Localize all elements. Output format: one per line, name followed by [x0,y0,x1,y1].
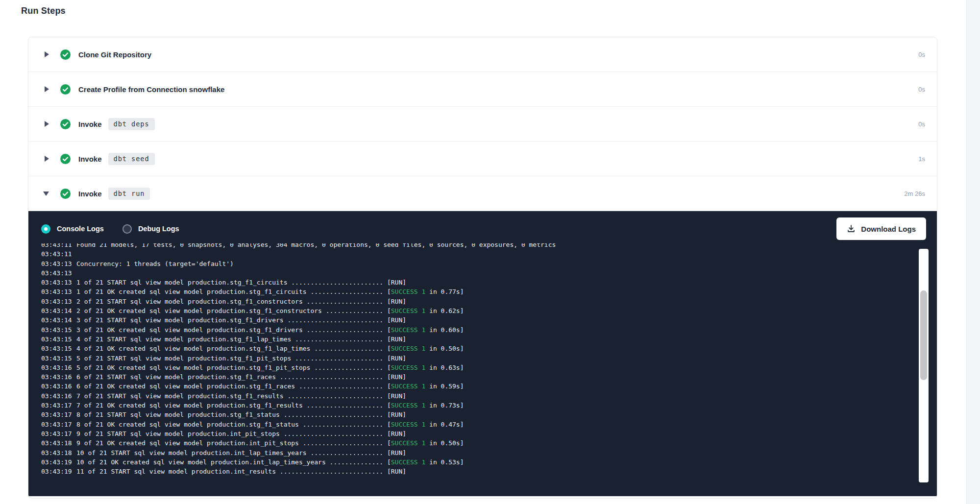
log-line: 03:43:131 of 21 START sql view model pro… [41,278,937,287]
download-icon [847,224,856,233]
log-status-success: [SUCCESS 1 in 0.50s] [383,439,464,447]
log-message: 1 of 21 START sql view model production.… [76,279,383,286]
log-mode-label: Debug Logs [138,225,179,233]
log-status-success: [SUCCESS 1 in 0.77s] [383,288,464,295]
console-header: Console LogsDebug Logs Download Logs [28,211,937,240]
log-timestamp: 03:43:16 [41,363,76,372]
log-status-success: [SUCCESS 1 in 0.62s] [383,307,464,314]
log-timestamp: 03:43:14 [41,306,76,315]
log-timestamp: 03:43:16 [41,372,76,382]
step-command-badge: dbt run [108,188,150,200]
step-label: Clone Git Repository [78,50,151,59]
log-timestamp: 03:43:13 [41,278,76,287]
log-timestamp: 03:43:13 [41,287,76,296]
radio-debug-logs[interactable]: Debug Logs [122,224,179,234]
log-status-success: [SUCCESS 1 in 0.60s] [383,326,464,334]
step-row-dbt-deps[interactable]: Invokedbt deps0s [28,107,937,142]
log-status-run: [RUN] [383,411,406,418]
log-line: 03:43:167 of 21 START sql view model pro… [41,391,937,401]
log-status-success: [SUCCESS 1 in 0.73s] [383,402,464,409]
log-status-run: [RUN] [383,298,406,305]
log-timestamp: 03:43:18 [41,448,76,457]
caret-right-icon [45,86,49,92]
log-line: 03:43:13 [41,268,937,278]
check-circle-icon [60,189,71,199]
log-line: 03:43:166 of 21 OK created sql view mode… [41,382,937,391]
log-line: 03:43:13Concurrency: 1 threads (target='… [41,259,937,268]
log-timestamp: 03:43:13 [41,259,76,268]
log-line: 03:43:154 of 21 START sql view model pro… [41,335,937,344]
log-message: 8 of 21 OK created sql view model produc… [76,421,383,428]
log-timestamp: 03:43:15 [41,344,76,353]
console-log-viewport[interactable]: 03:43:11Found 21 models, 17 tests, 0 sna… [28,243,937,484]
log-line: 03:43:11 [41,249,937,259]
caret-right-icon [45,121,49,127]
page-right-gutter [966,0,980,504]
console-panel: Console LogsDebug Logs Download Logs 03:… [28,211,937,496]
log-message: 11 of 21 START sql view model production… [76,468,383,475]
log-timestamp: 03:43:17 [41,420,76,429]
log-status-success: [SUCCESS 1 in 0.53s] [383,458,464,466]
caret-right-icon [45,156,49,162]
log-message: 2 of 21 OK created sql view model produc… [76,307,383,314]
caret-right-icon [45,51,49,57]
log-message: 1 of 21 OK created sql view model produc… [76,288,383,295]
log-message: 5 of 21 START sql view model production.… [76,355,383,362]
log-line: 03:43:1810 of 21 START sql view model pr… [41,448,937,457]
log-timestamp: 03:43:16 [41,382,76,391]
run-steps-list: Clone Git Repository0sCreate Profile fro… [28,37,937,211]
log-status-success: [SUCCESS 1 in 0.59s] [383,383,464,390]
log-message: 5 of 21 OK created sql view model produc… [76,364,383,371]
step-row-clone-git-repository[interactable]: Clone Git Repository0s [28,37,937,72]
log-line: 03:43:143 of 21 START sql view model pro… [41,315,937,325]
log-timestamp: 03:43:11 [41,249,76,259]
log-message: 4 of 21 START sql view model production.… [76,336,383,343]
check-circle-icon [60,84,71,95]
log-message: Concurrency: 1 threads (target='default'… [76,260,234,267]
radio-unselected-icon [122,224,132,234]
log-message: 9 of 21 START sql view model production.… [76,430,383,437]
log-line: 03:43:154 of 21 OK created sql view mode… [41,344,937,353]
log-timestamp: 03:43:16 [41,391,76,401]
log-mode-group: Console LogsDebug Logs [41,224,179,234]
log-status-run: [RUN] [383,468,406,475]
console-scrollbar-thumb[interactable] [920,290,927,380]
log-message: 3 of 21 START sql view model production.… [76,316,383,324]
log-status-success: [SUCCESS 1 in 0.47s] [383,421,464,428]
step-row-create-profile-from-connection-snowflake[interactable]: Create Profile from Connection snowflake… [28,72,937,107]
log-line: 03:43:189 of 21 OK created sql view mode… [41,438,937,448]
page-title: Run Steps [21,6,66,16]
step-row-dbt-seed[interactable]: Invokedbt seed1s [28,142,937,176]
step-duration: 1s [918,155,925,163]
log-line: 03:43:11Found 21 models, 17 tests, 0 sna… [41,243,937,249]
check-circle-icon [60,49,71,60]
log-message: 3 of 21 OK created sql view model produc… [76,326,383,334]
log-timestamp: 03:43:17 [41,401,76,410]
log-status-run: [RUN] [383,449,406,456]
log-timestamp: 03:43:15 [41,325,76,335]
step-label: Invoke [78,155,102,163]
caret-down-icon [43,192,49,196]
step-row-dbt-run[interactable]: Invokedbt run2m 26s [28,176,937,211]
log-timestamp: 03:43:18 [41,438,76,448]
radio-console-logs[interactable]: Console Logs [41,224,104,234]
log-message: 7 of 21 START sql view model production.… [76,392,383,400]
log-message: 4 of 21 OK created sql view model produc… [76,345,383,352]
log-line: 03:43:1911 of 21 START sql view model pr… [41,467,937,476]
console-scrollbar-track[interactable] [919,249,929,482]
log-status-run: [RUN] [383,279,406,286]
download-logs-button[interactable]: Download Logs [836,217,926,240]
log-status-run: [RUN] [383,355,406,362]
log-message: 2 of 21 START sql view model production.… [76,298,383,305]
log-timestamp: 03:43:13 [41,297,76,306]
log-timestamp: 03:43:14 [41,315,76,325]
log-line: 03:43:179 of 21 START sql view model pro… [41,429,937,438]
log-timestamp: 03:43:15 [41,335,76,344]
step-label: Create Profile from Connection snowflake [78,85,224,94]
log-message: 8 of 21 START sql view model production.… [76,411,383,418]
log-line: 03:43:155 of 21 START sql view model pro… [41,354,937,363]
log-status-run: [RUN] [383,392,406,400]
log-line: 03:43:132 of 21 START sql view model pro… [41,297,937,306]
log-line: 03:43:131 of 21 OK created sql view mode… [41,287,937,296]
log-message: 10 of 21 OK created sql view model produ… [76,458,383,466]
